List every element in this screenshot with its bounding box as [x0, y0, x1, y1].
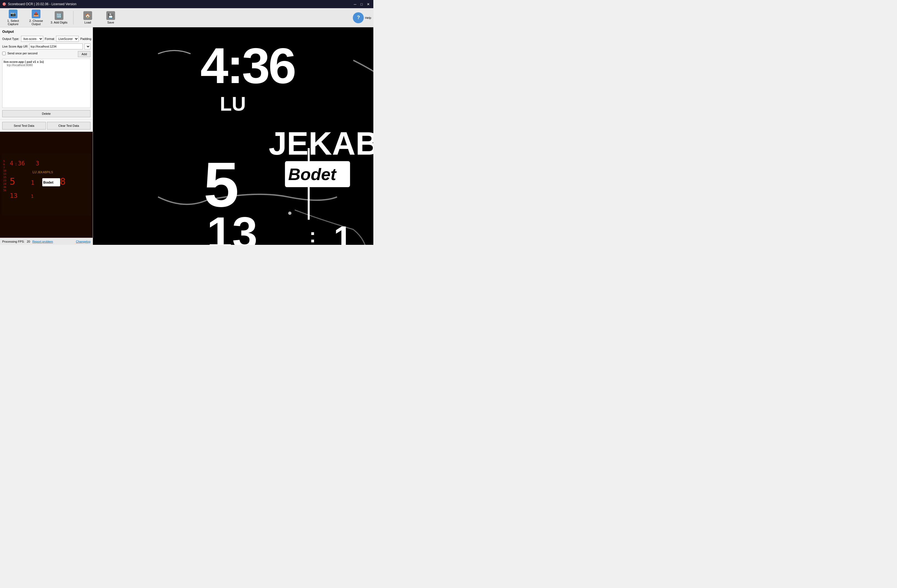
- send-test-button[interactable]: Send Test Data: [2, 122, 46, 130]
- save-icon: 💾: [106, 11, 115, 20]
- clear-test-button[interactable]: Clear Test Data: [47, 122, 91, 130]
- main-layout: Output Output Type: live-score- Format L…: [0, 27, 373, 245]
- svg-text:24: 24: [3, 182, 6, 185]
- svg-text:23: 23: [3, 179, 6, 182]
- livescore-url-input[interactable]: [29, 43, 83, 49]
- left-panel: Output Output Type: live-score- Format L…: [0, 27, 93, 245]
- toolbar: 📷 1. Select Capture 📤 2. Choose Output 🔢…: [0, 8, 373, 27]
- format-label: Format: [45, 37, 54, 40]
- svg-text:Bodet: Bodet: [43, 180, 54, 185]
- preview-svg: 4 : 36 3 LU JEKABPILS 5 1 Bodet 8 13 1 5…: [0, 132, 93, 238]
- main-scoreboard-svg: 4:36 3 LU JEKABPILS 5 Bodet 8: [93, 27, 373, 245]
- load-label: Load: [84, 21, 91, 24]
- svg-point-37: [288, 211, 291, 215]
- right-panel: 4:36 3 LU JEKABPILS 5 Bodet 8: [93, 27, 373, 245]
- save-label: Save: [107, 21, 114, 24]
- toolbar-right: ? Help: [353, 12, 371, 23]
- digits-icon: 🔢: [55, 11, 63, 20]
- svg-text:JEKABPILS: JEKABPILS: [269, 125, 373, 162]
- titlebar-title: 🎯 Scoreboard OCR | 20.02.06 - Licensed V…: [2, 2, 77, 6]
- svg-text:36: 36: [3, 186, 6, 189]
- processed-image-area: 4:36 3 LU JEKABPILS 5 Bodet 8: [93, 27, 373, 245]
- send-once-checkbox-row: Send once per second: [2, 52, 37, 55]
- svg-text:13: 13: [3, 173, 6, 176]
- toolbar-separator: [73, 11, 73, 24]
- report-problem-link[interactable]: Report problem: [32, 240, 53, 243]
- fps-label: Processing FPS:: [2, 240, 24, 243]
- svg-text:3: 3: [36, 160, 39, 166]
- app-title: Scoreboard OCR | 20.02.06 - Licensed Ver…: [8, 2, 77, 6]
- connection-list: live-score-app ( pad v1 x 1s) tcp://loca…: [2, 59, 90, 108]
- svg-text:JEKABPILS: JEKABPILS: [37, 171, 53, 174]
- select-capture-label: 1. Select Capture: [2, 19, 24, 26]
- image-container: 4:36 3 LU JEKABPILS 5 Bodet 8: [93, 27, 373, 245]
- load-icon: 🏠: [83, 11, 92, 20]
- maximize-button[interactable]: □: [358, 1, 364, 7]
- svg-text:LU: LU: [220, 93, 246, 115]
- help-button[interactable]: ?: [353, 12, 364, 23]
- connection-item[interactable]: live-score-app ( pad v1 x 1s): [3, 60, 89, 63]
- camera-icon: 📷: [9, 9, 17, 18]
- add-button[interactable]: Add: [78, 51, 90, 57]
- send-once-label: Send once per second: [8, 52, 37, 55]
- svg-text:1: 1: [334, 219, 352, 245]
- choose-output-label: 2. Choose Output: [25, 19, 47, 26]
- svg-text:Bodet: Bodet: [288, 165, 337, 183]
- output-type-row: Output Type: live-score- Format LiveScor…: [2, 36, 90, 42]
- svg-text:1: 1: [31, 194, 34, 199]
- svg-text:4: 4: [10, 160, 14, 166]
- svg-text:4:36: 4:36: [201, 37, 295, 94]
- titlebar: 🎯 Scoreboard OCR | 20.02.06 - Licensed V…: [0, 0, 373, 8]
- svg-text:10: 10: [3, 169, 6, 172]
- svg-text:LU: LU: [32, 170, 37, 174]
- close-button[interactable]: ✕: [365, 1, 371, 7]
- connection-sub: tcp://localhost:8080: [7, 63, 89, 67]
- minimize-button[interactable]: ─: [352, 1, 358, 7]
- load-button[interactable]: 🏠 Load: [77, 9, 99, 26]
- output-type-select[interactable]: live-score-: [21, 36, 43, 42]
- svg-text:7: 7: [3, 166, 5, 169]
- output-section-title: Output: [2, 29, 90, 34]
- test-buttons-row: Send Test Data Clear Test Data: [0, 120, 93, 132]
- svg-text:1: 1: [31, 179, 34, 186]
- app-icon: 🎯: [2, 2, 6, 6]
- send-once-checkbox[interactable]: [2, 52, 6, 55]
- svg-text:8: 8: [60, 176, 66, 187]
- add-digits-label: 3. Add Digits: [51, 21, 67, 24]
- svg-text:13: 13: [10, 192, 18, 200]
- svg-text:5: 5: [10, 176, 15, 187]
- select-capture-button[interactable]: 📷 1. Select Capture: [2, 9, 24, 26]
- url-dropdown[interactable]: ▼: [84, 43, 90, 49]
- svg-text:36: 36: [18, 160, 25, 166]
- send-once-row: Send once per second Add: [2, 51, 90, 57]
- svg-text:8: 8: [373, 162, 373, 225]
- svg-text:56: 56: [3, 189, 6, 192]
- padding-label: Padding: [80, 37, 91, 40]
- format-select[interactable]: LiveScorer: [56, 36, 79, 42]
- save-button[interactable]: 💾 Save: [100, 9, 122, 26]
- svg-text:13: 13: [207, 208, 257, 245]
- livescore-url-label: Live Score App UR: [2, 45, 28, 48]
- svg-text::: :: [309, 225, 316, 245]
- svg-text:6: 6: [3, 163, 5, 166]
- output-icon: 📤: [32, 9, 40, 18]
- svg-text:15: 15: [3, 176, 6, 179]
- choose-output-button[interactable]: 📤 2. Choose Output: [25, 9, 47, 26]
- output-type-label: Output Type:: [2, 37, 19, 40]
- titlebar-controls: ─ □ ✕: [352, 1, 371, 7]
- help-label: Help: [365, 16, 371, 20]
- livescore-url-row: Live Score App UR ▼: [2, 43, 90, 49]
- preview-area: 4 : 36 3 LU JEKABPILS 5 1 Bodet 8 13 1 5…: [0, 132, 93, 238]
- svg-text::: :: [15, 161, 17, 166]
- add-digits-button[interactable]: 🔢 3. Add Digits: [48, 9, 70, 26]
- delete-button[interactable]: Delete: [2, 110, 90, 117]
- fps-value: 20: [27, 240, 30, 243]
- changelog-link[interactable]: Changelog: [76, 240, 90, 243]
- output-section: Output Output Type: live-score- Format L…: [0, 27, 93, 120]
- svg-text:5: 5: [3, 160, 5, 163]
- statusbar: Processing FPS: 20 Report problem Change…: [0, 238, 93, 245]
